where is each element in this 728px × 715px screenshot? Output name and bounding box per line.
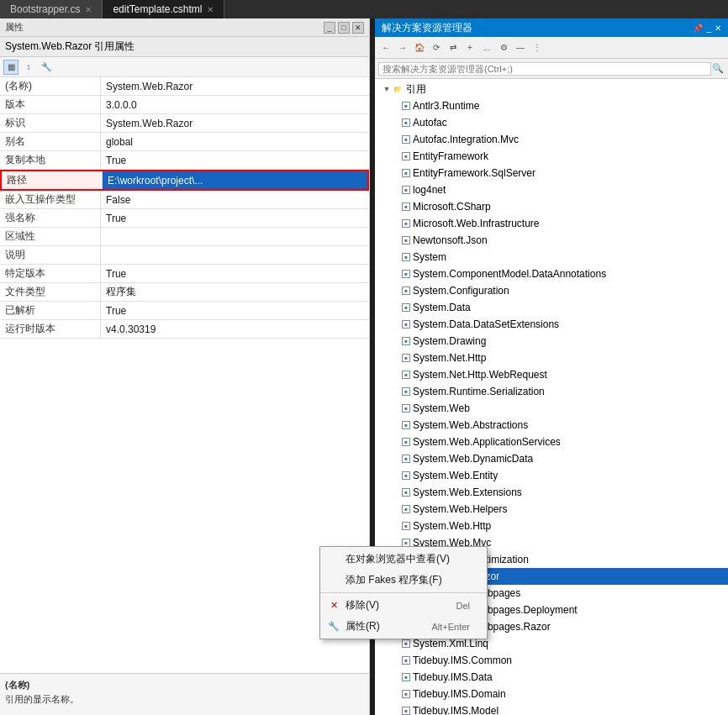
tree-item[interactable]: Tidebuy.IMS.Model <box>375 702 728 715</box>
ref-icon <box>402 236 410 244</box>
refresh-btn[interactable]: ⟳ <box>429 40 444 55</box>
ctx-shortcut: Alt+Enter <box>431 622 470 632</box>
ctx-item-label: 添加 Fakes 程序集(F) <box>346 573 442 587</box>
search-input[interactable] <box>378 62 711 76</box>
prop-value: True <box>101 151 369 169</box>
prop-row[interactable]: 区域性 <box>0 228 369 246</box>
prop-value: System.Web.Razor <box>101 114 369 132</box>
tree-item[interactable]: System.ComponentModel.DataAnnotations <box>375 265 728 282</box>
toolbar-grid-btn[interactable]: ▦ <box>3 60 18 75</box>
ref-icon <box>402 118 410 127</box>
tree-item[interactable]: EntityFramework <box>375 148 728 165</box>
tree-item[interactable]: System.Data.DataSetExtensions <box>375 316 728 333</box>
sync-btn[interactable]: ⇄ <box>446 40 461 55</box>
ref-icon <box>402 404 410 413</box>
tree-item[interactable]: EntityFramework.SqlServer <box>375 165 728 181</box>
tree-item[interactable]: System.Web.DynamicData <box>375 450 728 467</box>
prop-row[interactable]: 文件类型程序集 <box>0 283 369 302</box>
prop-row[interactable]: 版本3.0.0.0 <box>0 96 369 114</box>
tree-item[interactable]: log4net <box>375 181 728 198</box>
prop-row[interactable]: (名称)System.Web.Razor <box>0 77 369 96</box>
prop-row[interactable]: 别名global <box>0 133 369 151</box>
ref-icon <box>402 488 410 497</box>
tree-item[interactable]: Antlr3.Runtime <box>375 97 728 114</box>
ctx-item-icon: 🔧 <box>327 620 340 634</box>
tree-item[interactable]: Microsoft.Web.Infrastructure <box>375 215 728 232</box>
tree-item[interactable]: Autofac <box>375 114 728 131</box>
tree-item[interactable]: System.Drawing <box>375 333 728 350</box>
solution-explorer-title-bar: 解决方案资源管理器 📌 _ ✕ <box>375 18 728 37</box>
tree-item[interactable]: System.Web.Abstractions <box>375 417 728 434</box>
tree-item[interactable]: System.Data <box>375 299 728 316</box>
ref-icon <box>402 270 410 278</box>
tree-item[interactable]: System.Web <box>375 400 728 417</box>
panel-restore-btn[interactable]: □ <box>338 22 350 34</box>
tree-item-label: System.Drawing <box>413 335 486 347</box>
tree-item-label: System.Web.Extensions <box>413 486 522 498</box>
toolbar-settings-btn[interactable]: 🔧 <box>39 60 54 75</box>
prop-row[interactable]: 路径E:\workroot\project\... <box>0 170 369 191</box>
prop-row[interactable]: 强名称True <box>0 209 369 228</box>
tab-close-edittemplate[interactable]: ✕ <box>207 5 214 14</box>
tree-item[interactable]: System.Web.Entity <box>375 467 728 484</box>
prop-row[interactable]: 标识System.Web.Razor <box>0 114 369 133</box>
tab-bootstrapper[interactable]: Bootstrapper.cs ✕ <box>0 0 103 18</box>
tree-item[interactable]: System.Net.Http.WebRequest <box>375 366 728 383</box>
tree-item-references-node[interactable]: ▼ 📁 引用 <box>375 81 728 97</box>
tab-edittemplate[interactable]: editTemplate.cshtml ✕ <box>103 0 224 18</box>
tree-item-label: System.Web <box>413 402 470 414</box>
panel-minimize-btn[interactable]: _ <box>324 22 335 34</box>
prop-value: False <box>101 191 369 208</box>
tree-item[interactable]: Microsoft.CSharp <box>375 198 728 215</box>
prop-name: 标识 <box>0 114 101 132</box>
ref-icon <box>402 337 410 345</box>
props-desc-title: (名称) <box>5 679 364 691</box>
new-item-btn[interactable]: + <box>462 40 477 55</box>
tree-item[interactable]: Tidebuy.IMS.Domain <box>375 686 728 702</box>
prop-row[interactable]: 复制本地True <box>0 151 369 170</box>
tree-item-label: EntityFramework.SqlServer <box>413 167 535 179</box>
toolbar-settings2-btn[interactable]: ⚙ <box>496 40 511 55</box>
ctx-menu-item[interactable]: 添加 Fakes 程序集(F) <box>320 570 487 591</box>
solution-minimize-btn[interactable]: _ <box>706 24 711 33</box>
pin-icon[interactable]: 📌 <box>693 24 703 33</box>
back-btn[interactable]: ← <box>378 40 393 55</box>
ctx-item-label: 在对象浏览器中查看(V) <box>346 552 450 566</box>
tree-item[interactable]: System.Web.Http <box>375 518 728 534</box>
forward-btn[interactable]: → <box>395 40 410 55</box>
home-btn[interactable]: 🏠 <box>412 40 427 55</box>
ref-icon <box>402 102 410 110</box>
prop-value: 程序集 <box>101 283 369 301</box>
tree-item[interactable]: System.Web.Extensions <box>375 484 728 501</box>
tree-item[interactable]: System.Net.Http <box>375 350 728 366</box>
prop-row[interactable]: 嵌入互操作类型False <box>0 191 369 209</box>
tree-item[interactable]: Tidebuy.IMS.Common <box>375 652 728 669</box>
panel-close-btn[interactable]: ✕ <box>352 22 364 34</box>
tree-item-label: System.Web.DynamicData <box>413 453 533 465</box>
tree-item[interactable]: System.Web.Helpers <box>375 501 728 518</box>
prop-name: 文件类型 <box>0 283 101 301</box>
tree-item[interactable]: System.Configuration <box>375 282 728 299</box>
toolbar-extra-btn[interactable]: ⋮ <box>530 40 545 55</box>
tree-item[interactable]: System.Web.ApplicationServices <box>375 434 728 450</box>
ctx-menu-item[interactable]: ✕移除(V)Del <box>320 595 487 616</box>
tree-item[interactable]: Newtonsoft.Json <box>375 232 728 249</box>
tab-close-bootstrapper[interactable]: ✕ <box>85 5 92 14</box>
tree-item[interactable]: System.Runtime.Serialization <box>375 383 728 400</box>
tree-item[interactable]: System <box>375 249 728 265</box>
solution-toolbar: ← → 🏠 ⟳ ⇄ + ... ⚙ — ⋮ <box>375 37 728 59</box>
toolbar-more-btn[interactable]: ... <box>479 40 494 55</box>
toolbar-dash-btn[interactable]: — <box>513 40 528 55</box>
ref-icon <box>402 707 410 715</box>
ctx-menu-item[interactable]: 在对象浏览器中查看(V) <box>320 549 487 570</box>
prop-row[interactable]: 已解析True <box>0 302 369 320</box>
prop-row[interactable]: 特定版本True <box>0 265 369 283</box>
prop-row[interactable]: 说明 <box>0 246 369 265</box>
folder-icon: 📁 <box>392 83 404 95</box>
solution-close-btn[interactable]: ✕ <box>715 24 721 33</box>
toolbar-sort-btn[interactable]: ↕ <box>21 60 36 75</box>
tree-item[interactable]: Autofac.Integration.Mvc <box>375 131 728 148</box>
ctx-menu-item[interactable]: 🔧属性(R)Alt+Enter <box>320 616 487 637</box>
prop-row[interactable]: 运行时版本v4.0.30319 <box>0 320 369 339</box>
tree-item[interactable]: Tidebuy.IMS.Data <box>375 669 728 686</box>
